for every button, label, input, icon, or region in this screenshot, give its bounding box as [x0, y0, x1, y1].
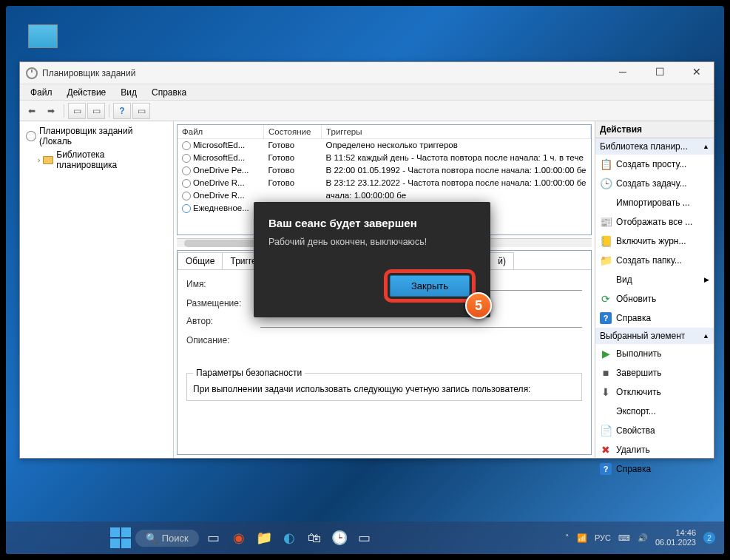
actions-section-library[interactable]: Библиотека планир...▲ — [595, 138, 714, 155]
desktop-screen: Планировщик заданий ─ ☐ ✕ Файл Действие … — [6, 6, 724, 554]
table-row[interactable]: OneDrive Pe...ГотовоВ 22:00 01.05.1992 -… — [178, 164, 591, 177]
table-row[interactable]: OneDrive R...ачала: 1.00:00:00 бе — [178, 189, 591, 202]
action-создать-папку---[interactable]: 📁Создать папку... — [595, 251, 714, 270]
tree-library[interactable]: › Библиотека планировщика — [35, 148, 170, 172]
annotation-badge: 5 — [465, 292, 492, 319]
action-refresh[interactable]: ⟳Обновить — [595, 289, 714, 308]
search-icon: 🔍 — [146, 533, 158, 544]
action-view[interactable]: Вид▶ — [595, 270, 714, 289]
volume-icon[interactable]: 🔊 — [638, 533, 648, 543]
security-legend: Параметры безопасности — [193, 368, 305, 378]
label-description: Описание: — [186, 335, 260, 345]
menu-help[interactable]: Справка — [144, 87, 194, 98]
toolbar-icon-1[interactable]: ▭ — [68, 103, 86, 119]
session-end-dialog: Ваш сеанс будет завершен Рабочий день ок… — [254, 202, 490, 317]
action-включить-журн---[interactable]: 📒Включить журн... — [595, 232, 714, 251]
label-author: Автор: — [186, 316, 260, 328]
action-удалить[interactable]: ✖Удалить — [595, 440, 714, 459]
back-button[interactable]: ⬅ — [23, 103, 41, 119]
tree-pane: Планировщик заданий (Локаль › Библиотека… — [20, 121, 174, 458]
desktop-monitor-icon[interactable] — [28, 24, 58, 48]
dialog-message: Рабочий день окончен, выключаюсь! — [268, 237, 476, 247]
taskbar-app-2[interactable]: ▭ — [354, 527, 375, 548]
table-row[interactable]: MicrosoftEd...ГотовоОпределено несколько… — [178, 139, 591, 152]
tree-root[interactable]: Планировщик заданий (Локаль — [23, 124, 170, 148]
forward-button[interactable]: ➡ — [42, 103, 60, 119]
clock-icon — [182, 204, 191, 213]
maximize-button[interactable]: ☐ — [649, 66, 671, 81]
task-scheduler-taskbar-icon[interactable]: 🕒 — [329, 527, 350, 548]
language-indicator[interactable]: РУС — [595, 533, 611, 542]
task-view-icon[interactable]: ▭ — [203, 527, 224, 548]
actions-section-selected[interactable]: Выбранный элемент▲ — [595, 328, 714, 344]
titlebar: Планировщик заданий ─ ☐ ✕ — [20, 62, 714, 84]
action-help[interactable]: ?Справка — [595, 308, 714, 328]
minimize-button[interactable]: ─ — [612, 66, 634, 81]
action-свойства[interactable]: 📄Свойства — [595, 421, 714, 440]
keyboard-icon[interactable]: ⌨ — [618, 533, 630, 543]
edge-icon[interactable]: ◐ — [279, 527, 300, 548]
field-author — [260, 316, 582, 328]
toolbar-icon-2[interactable]: ▭ — [87, 103, 105, 119]
clock-icon — [26, 131, 36, 141]
taskbar-clock[interactable]: 14:46 06.01.2023 — [655, 528, 696, 547]
action-выполнить[interactable]: ▶Выполнить — [595, 344, 714, 363]
menu-view[interactable]: Вид — [113, 87, 144, 98]
action-создать-задачу---[interactable]: 🕒Создать задачу... — [595, 174, 714, 193]
dialog-close-button[interactable]: Закрыть — [390, 275, 470, 297]
network-icon[interactable]: 📶 — [577, 533, 587, 543]
clock-icon — [182, 154, 191, 163]
col-file[interactable]: Файл — [178, 125, 264, 139]
close-button[interactable]: ✕ — [686, 66, 708, 81]
toolbar-icon-3[interactable]: ▭ — [132, 103, 150, 119]
store-icon[interactable]: 🛍 — [304, 527, 325, 548]
action-отображать-все----[interactable]: 📰Отображать все ... — [595, 212, 714, 232]
file-explorer-icon[interactable]: 📁 — [254, 527, 274, 548]
label-name: Имя: — [186, 279, 260, 291]
menu-file[interactable]: Файл — [23, 87, 60, 98]
tree-library-label: Библиотека планировщика — [56, 149, 167, 170]
clock-icon — [182, 179, 191, 188]
actions-header: Действия — [595, 121, 714, 138]
actions-pane: Действия Библиотека планир...▲ 📋Создать … — [595, 121, 714, 458]
clock-icon — [182, 166, 191, 175]
folder-icon — [43, 156, 53, 164]
clock-icon — [182, 192, 191, 200]
clock-icon — [182, 141, 191, 150]
taskbar-app-1[interactable]: ◉ — [229, 527, 249, 548]
table-row[interactable]: OneDrive R...ГотовоВ 23:12 23.12.2022 - … — [178, 177, 591, 189]
action-завершить[interactable]: ■Завершить — [595, 363, 714, 382]
taskbar: 🔍Поиск ▭ ◉ 📁 ◐ 🛍 🕒 ▭ ˄ 📶 РУС ⌨ 🔊 14:46 0… — [6, 522, 724, 554]
action-отключить[interactable]: ⬇Отключить — [595, 382, 714, 402]
menubar: Файл Действие Вид Справка — [20, 84, 714, 101]
action-help-2[interactable]: ?Справка — [595, 459, 714, 479]
tray-chevron-icon[interactable]: ˄ — [565, 533, 570, 543]
toolbar: ⬅ ➡ ▭ ▭ ? ▭ — [20, 101, 714, 121]
action-экспорт---[interactable]: Экспорт... — [595, 402, 714, 421]
label-location: Размещение: — [186, 298, 260, 308]
taskbar-search[interactable]: 🔍Поиск — [135, 530, 199, 547]
start-button[interactable] — [110, 527, 131, 548]
action-импортировать----[interactable]: Импортировать ... — [595, 193, 714, 212]
col-state[interactable]: Состояние — [264, 125, 322, 139]
notification-badge[interactable]: 2 — [703, 532, 715, 544]
toolbar-help-icon[interactable]: ? — [113, 103, 131, 119]
window-title: Планировщик заданий — [42, 68, 612, 78]
dialog-title: Ваш сеанс будет завершен — [268, 217, 476, 229]
table-row[interactable]: MicrosoftEd...ГотовоВ 11:52 каждый день … — [178, 152, 591, 164]
tab-history[interactable]: й) — [490, 252, 514, 269]
action-создать-просту---[interactable]: 📋Создать просту... — [595, 155, 714, 174]
tree-root-label: Планировщик заданий (Локаль — [39, 126, 167, 146]
app-icon — [26, 67, 38, 79]
menu-action[interactable]: Действие — [60, 87, 114, 98]
col-triggers[interactable]: Триггеры — [322, 125, 591, 139]
security-text: При выполнении задачи использовать следу… — [193, 384, 575, 394]
security-fieldset: Параметры безопасности При выполнении за… — [186, 368, 582, 401]
tab-general[interactable]: Общие — [178, 252, 223, 269]
